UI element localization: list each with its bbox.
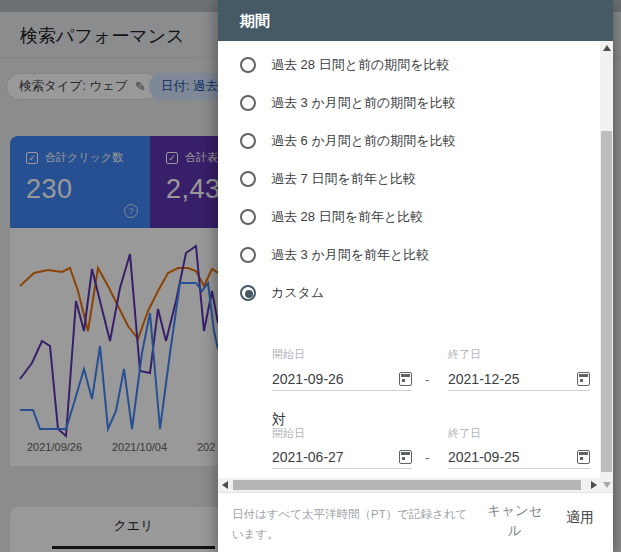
calendar-icon[interactable] [577, 450, 590, 464]
radio-option-label: 過去 28 日間と前の期間を比較 [271, 56, 450, 74]
scroll-down-button[interactable] [600, 478, 613, 492]
radio-option-label: 過去 6 か月間と前の期間を比較 [271, 132, 456, 150]
radio-option-label: 過去 3 か月間と前の期間を比較 [271, 94, 456, 112]
radio-icon [240, 247, 256, 263]
range-separator: - [425, 372, 429, 387]
dialog-body: 過去 28 日間と前の期間を比較 過去 3 か月間と前の期間を比較 過去 6 か… [218, 41, 613, 478]
scroll-left-button[interactable] [218, 478, 231, 492]
screen: 検索パフォーマンス 検索タイプ: ウェブ ✎ 日付: 過去 3 ✓ 合計クリック… [0, 0, 621, 552]
calendar-icon[interactable] [399, 450, 412, 464]
calendar-icon[interactable] [577, 372, 590, 386]
radio-option[interactable]: 過去 28 日間を前年と比較 [218, 198, 598, 236]
radio-option[interactable]: 過去 28 日間と前の期間を比較 [218, 46, 598, 84]
scroll-right-button[interactable] [587, 478, 600, 492]
end-date-label: 終了日 [448, 347, 481, 362]
scroll-up-button[interactable] [600, 41, 613, 55]
start-date-label: 開始日 [272, 347, 305, 362]
compare-end-date-input[interactable]: 2021-09-25 [448, 446, 590, 469]
radio-icon [240, 95, 256, 111]
compare-end-date-label: 終了日 [448, 426, 481, 441]
triangle-right-icon [591, 481, 597, 489]
radio-option[interactable]: 過去 3 か月間と前の期間を比較 [218, 84, 598, 122]
horizontal-scrollbar[interactable] [218, 478, 600, 492]
radio-option[interactable]: 過去 6 か月間と前の期間を比較 [218, 122, 598, 160]
apply-button[interactable]: 適用 [556, 509, 604, 527]
radio-icon [240, 285, 256, 301]
primary-start-date-input[interactable]: 2021-09-26 [272, 368, 412, 391]
radio-option[interactable]: カスタム [218, 274, 598, 312]
vertical-scrollbar[interactable] [600, 41, 613, 492]
dialog-footer: 日付はすべて太平洋時間（PT）で記録されています。 キャンセル 適用 [218, 492, 613, 552]
triangle-down-icon [603, 482, 611, 488]
radio-option-label: 過去 3 か月間を前年と比較 [271, 246, 429, 264]
triangle-left-icon [222, 481, 228, 489]
triangle-up-icon [603, 45, 611, 51]
calendar-icon[interactable] [399, 372, 412, 386]
vertical-scrollbar-thumb[interactable] [601, 131, 612, 472]
compare-start-date-input[interactable]: 2021-06-27 [272, 446, 412, 469]
radio-option[interactable]: 過去 7 日間を前年と比較 [218, 160, 598, 198]
timezone-note: 日付はすべて太平洋時間（PT）で記録されています。 [232, 504, 472, 544]
radio-option[interactable]: 過去 3 か月間を前年と比較 [218, 236, 598, 274]
radio-icon [240, 57, 256, 73]
radio-option-label: カスタム [271, 284, 324, 302]
horizontal-scrollbar-thumb[interactable] [233, 480, 581, 490]
radio-icon [240, 171, 256, 187]
cancel-button[interactable]: キャンセル [484, 501, 546, 541]
radio-icon [240, 209, 256, 225]
radio-option-label: 過去 7 日間を前年と比較 [271, 170, 416, 188]
compare-start-date-label: 開始日 [272, 426, 305, 441]
dialog-title: 期間 [218, 0, 613, 41]
primary-end-date-input[interactable]: 2021-12-25 [448, 368, 590, 391]
radio-option-label: 過去 28 日間を前年と比較 [271, 208, 423, 226]
option-list: 過去 28 日間と前の期間を比較 過去 3 か月間と前の期間を比較 過去 6 か… [218, 46, 598, 312]
range-separator: - [425, 450, 429, 465]
radio-icon [240, 133, 256, 149]
date-range-dialog: 期間 過去 28 日間と前の期間を比較 過去 3 か月間と前の期間を比較 過去 … [218, 0, 613, 552]
